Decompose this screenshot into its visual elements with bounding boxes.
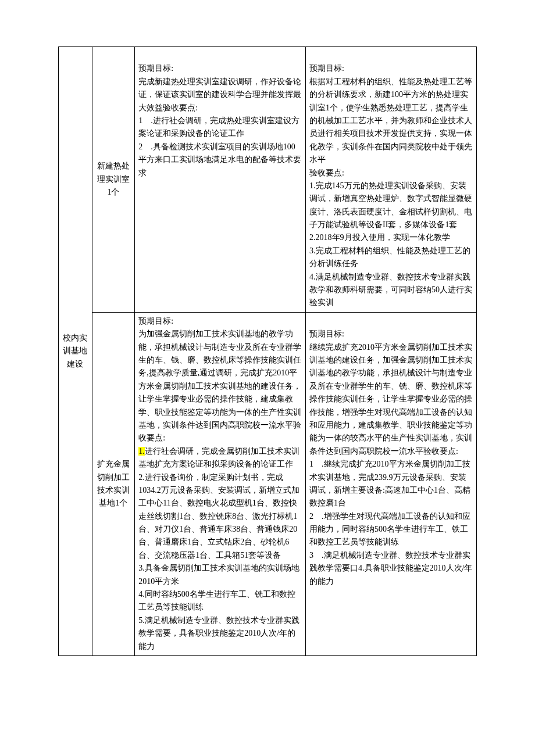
item-name-cell: 扩充金属切削加工技术实训基地1个	[92, 312, 134, 655]
right-content-text: 预期目标: 根据对工程材料的组织、性能及热处理工艺等的分析训练要求，新建100平…	[309, 64, 472, 307]
left-content-cell: 预期目标: 为加强金属切削加工技术实训基地的教学功能，承担机械设计与制造专业及所…	[135, 312, 306, 655]
item-name-cell: 新建热处理实训室1个	[92, 47, 134, 313]
content-top: 预期目标: 为加强金属切削加工技术实训基地的教学功能，承担机械设计与制造专业及所…	[138, 315, 302, 445]
right-content-cell: 预期目标: 根据对工程材料的组织、性能及热处理工艺等的分析训练要求，新建100平…	[306, 47, 477, 313]
category-text: 校内实训基地建设	[63, 334, 87, 368]
left-content-text: 预期目标: 完成新建热处理实训室建设调研，作好设备论证，保证该实训室的建设科学合…	[138, 64, 301, 177]
left-content-cell: 预期目标: 完成新建热处理实训室建设调研，作好设备论证，保证该实训室的建设科学合…	[135, 47, 306, 313]
item-name-text: 扩充金属切削加工技术实训基地1个	[97, 460, 130, 507]
main-table: 校内实训基地建设 新建热处理实训室1个 预期目标: 完成新建热处理实训室建设调研…	[58, 46, 477, 656]
table-row: 扩充金属切削加工技术实训基地1个 预期目标: 为加强金属切削加工技术实训基地的教…	[59, 312, 477, 655]
after-highlight-text: 进行社会调研，完成金属切削加工技术实训基地扩充方案论证和拟采购设备的论证工作	[138, 447, 299, 468]
content-rest: 2.进行设备询价，制定采购计划书，完成1034.2万元设备采购、安装调试，新增立…	[138, 471, 302, 653]
item-name-text: 新建热处理实训室1个	[97, 162, 130, 196]
right-content-text: 预期目标: 继续完成扩充2010平方米金属切削加工技术实训基地的建设任务，加强金…	[309, 329, 472, 585]
table-row: 校内实训基地建设 新建热处理实训室1个 预期目标: 完成新建热处理实训室建设调研…	[59, 47, 477, 313]
category-cell: 校内实训基地建设	[59, 47, 92, 656]
content-highlight-line: 1.进行社会调研，完成金属切削加工技术实训基地扩充方案论证和拟采购设备的论证工作	[138, 445, 302, 471]
right-content-cell: 预期目标: 继续完成扩充2010平方米金属切削加工技术实训基地的建设任务，加强金…	[306, 312, 477, 655]
highlighted-text: 1.	[138, 447, 145, 456]
